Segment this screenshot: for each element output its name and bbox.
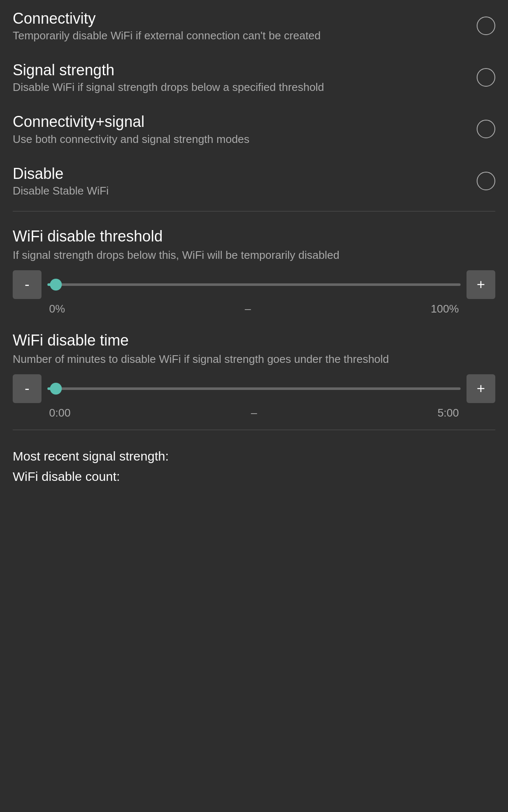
time-max-label: 5:00	[437, 406, 459, 420]
threshold-center-label: –	[245, 302, 251, 315]
connectivity-signal-option-text: Connectivity+signal Use both connectivit…	[13, 112, 468, 145]
disable-option-text: Disable Disable Stable WiFi	[13, 165, 468, 198]
time-minus-button[interactable]: -	[13, 374, 41, 403]
threshold-subtitle: If signal strength drops below this, WiF…	[13, 249, 495, 262]
connectivity-subtitle: Temporarily disable WiFi if external con…	[13, 29, 468, 42]
threshold-minus-button[interactable]: -	[13, 270, 41, 299]
time-slider-labels: 0:00 – 5:00	[13, 406, 495, 420]
threshold-slider-track[interactable]	[47, 283, 461, 286]
divider-2	[13, 430, 495, 430]
threshold-slider-thumb	[50, 279, 62, 291]
time-center-label: –	[251, 406, 257, 420]
time-slider-track[interactable]	[47, 387, 461, 390]
disable-radio[interactable]	[477, 172, 495, 190]
connectivity-option[interactable]: Connectivity Temporarily disable WiFi if…	[0, 0, 508, 52]
time-title: WiFi disable time	[13, 332, 495, 349]
threshold-slider-row: - +	[13, 270, 495, 299]
connectivity-signal-radio[interactable]	[477, 120, 495, 138]
connectivity-signal-option[interactable]: Connectivity+signal Use both connectivit…	[0, 103, 508, 155]
disable-title: Disable	[13, 165, 468, 183]
connectivity-option-text: Connectivity Temporarily disable WiFi if…	[13, 9, 468, 42]
threshold-title: WiFi disable threshold	[13, 228, 495, 245]
threshold-section: WiFi disable threshold If signal strengt…	[0, 216, 508, 315]
time-plus-button[interactable]: +	[467, 374, 495, 403]
signal-strength-title: Signal strength	[13, 61, 468, 79]
signal-strength-radio[interactable]	[477, 68, 495, 87]
connectivity-signal-title: Connectivity+signal	[13, 112, 468, 131]
time-slider-thumb	[50, 383, 62, 395]
signal-strength-subtitle: Disable WiFi if signal strength drops be…	[13, 81, 468, 94]
time-slider-row: - +	[13, 374, 495, 403]
connectivity-signal-subtitle: Use both connectivity and signal strengt…	[13, 133, 468, 146]
connectivity-radio[interactable]	[477, 16, 495, 35]
threshold-plus-button[interactable]: +	[467, 270, 495, 299]
connectivity-title: Connectivity	[13, 9, 468, 27]
signal-strength-stat: Most recent signal strength:	[13, 446, 495, 466]
threshold-min-label: 0%	[49, 302, 65, 315]
threshold-slider-labels: 0% – 100%	[13, 302, 495, 315]
time-min-label: 0:00	[49, 406, 71, 420]
stats-section: Most recent signal strength: WiFi disabl…	[0, 434, 508, 487]
disable-subtitle: Disable Stable WiFi	[13, 184, 468, 198]
time-subtitle: Number of minutes to disable WiFi if sig…	[13, 353, 495, 366]
divider-1	[13, 211, 495, 211]
disable-option[interactable]: Disable Disable Stable WiFi	[0, 155, 508, 207]
signal-strength-option[interactable]: Signal strength Disable WiFi if signal s…	[0, 52, 508, 103]
threshold-max-label: 100%	[431, 302, 459, 315]
time-section: WiFi disable time Number of minutes to d…	[0, 320, 508, 420]
disable-count-stat: WiFi disable count:	[13, 466, 495, 487]
signal-strength-option-text: Signal strength Disable WiFi if signal s…	[13, 61, 468, 94]
